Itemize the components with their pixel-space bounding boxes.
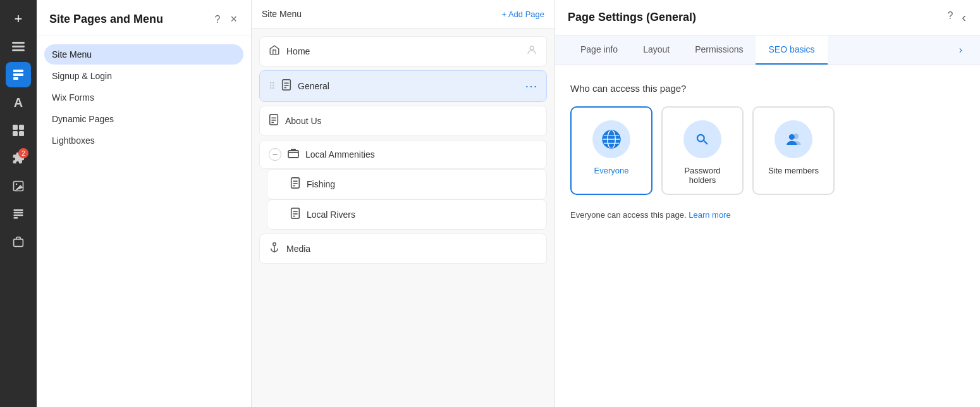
right-panel-header: Page Settings (General) ? ‹ [555,0,980,35]
members-icon [775,120,812,158]
table-icon[interactable] [6,201,31,227]
anchor-icon-media [269,242,280,256]
svg-rect-0 [12,42,25,44]
apps-icon[interactable] [6,118,31,143]
page-item-fishing[interactable]: Fishing [267,169,547,199]
page-settings-title: Page Settings (General) [568,11,696,33]
access-question: Who can access this page? [570,83,965,94]
page-item-about-us[interactable]: About Us [259,106,547,136]
sidebar-item-wix-forms[interactable]: Wix Forms [44,87,243,108]
site-pages-close-button[interactable]: × [229,11,238,27]
access-cards: Everyone Password holders [570,106,965,195]
more-options-general[interactable]: ⋯ [525,78,537,94]
home-icon [269,44,280,58]
svg-point-43 [694,130,712,149]
add-page-button[interactable]: + Add Page [501,9,544,19]
page-label-media: Media [286,244,537,254]
page-item-home[interactable]: Home [259,36,547,66]
tab-page-info[interactable]: Page info [568,35,630,65]
svg-point-35 [273,243,276,246]
everyone-label: Everyone [594,166,629,175]
svg-rect-8 [13,131,18,136]
tab-permissions[interactable]: Permissions [682,35,756,65]
svg-rect-16 [14,239,23,246]
page-item-media[interactable]: Media [259,234,547,264]
site-pages-header: Site Pages and Menu ? × [37,0,251,35]
members-label: Site members [768,166,819,175]
svg-rect-31 [291,208,300,218]
page-settings-back-button[interactable]: ‹ [960,9,967,26]
page-settings-help-button[interactable]: ? [946,9,954,23]
password-label: Password holders [670,166,735,185]
access-card-password[interactable]: Password holders [661,106,744,195]
pages-icon[interactable] [6,34,31,59]
left-nav: Site Menu Signup & Login Wix Forms Dynam… [37,35,251,160]
person-icon-home [526,44,537,58]
page-label-about-us: About Us [285,116,537,126]
access-card-members[interactable]: Site members [752,106,835,195]
svg-rect-14 [14,215,23,216]
panel-header-actions: ? × [214,11,238,27]
collapse-button-local-amenities[interactable]: – [269,148,281,161]
portfolio-icon[interactable] [6,229,31,254]
page-icon-general [281,79,291,93]
middle-panel-title: Site Menu [262,9,302,19]
svg-point-11 [16,184,17,185]
svg-rect-7 [19,125,24,130]
svg-rect-27 [291,178,300,188]
tab-seo-basics[interactable]: SEO basics [756,35,827,65]
group-label-local-amenities: Local Ammenities [305,149,537,160]
page-label-fishing: Fishing [307,179,537,189]
access-note: Everyone can access this page. Learn mor… [570,210,965,220]
puzzle-badge: 2 [18,148,28,158]
sidebar-item-signup-login[interactable]: Signup & Login [44,66,243,86]
page-item-general[interactable]: ⠿ General ⋯ [259,70,547,102]
svg-rect-15 [14,217,18,219]
svg-point-17 [530,46,534,50]
svg-rect-3 [13,70,23,72]
tab-more-button[interactable]: › [954,35,967,65]
page-label-general: General [298,81,518,91]
media-icon[interactable] [6,173,31,199]
svg-rect-18 [283,80,291,90]
page-icon-fishing [290,177,300,191]
right-header-actions: ? ‹ [946,9,967,35]
svg-rect-9 [19,131,24,136]
sidebar-item-lightboxes[interactable]: Lightboxes [44,130,243,151]
tab-layout[interactable]: Layout [630,35,682,65]
middle-panel: Site Menu + Add Page Home ⠿ [252,0,555,407]
site-pages-panel: Site Pages and Menu ? × Site Menu Signup… [37,0,252,407]
site-pages-help-button[interactable]: ? [214,13,222,27]
access-card-everyone[interactable]: Everyone [570,106,652,195]
sidebar-item-site-menu[interactable]: Site Menu [44,44,243,65]
drag-handle-general[interactable]: ⠿ [269,81,275,91]
svg-rect-12 [14,210,23,211]
page-icon-about-us [269,114,279,128]
everyone-icon [592,120,630,158]
page-icon-local-rivers [290,208,300,222]
page-item-local-rivers[interactable]: Local Rivers [267,199,547,230]
svg-rect-22 [270,115,278,125]
page-label-home: Home [286,46,520,56]
site-pages-title: Site Pages and Menu [49,13,163,26]
right-panel: Page Settings (General) ? ‹ Page info La… [555,0,980,407]
svg-rect-1 [12,46,25,47]
svg-rect-6 [13,125,18,130]
svg-point-47 [789,134,795,140]
page-group-header-local-amenities[interactable]: – Local Ammenities [259,140,547,169]
page-settings-tabs: Page info Layout Permissions SEO basics … [555,35,980,65]
middle-panel-header: Site Menu + Add Page [252,0,554,28]
svg-rect-13 [14,212,23,214]
add-icon[interactable]: + [6,6,31,32]
svg-rect-4 [13,73,23,76]
learn-more-link[interactable]: Learn more [689,210,730,220]
password-icon [683,120,721,158]
typography-icon[interactable]: A [6,90,31,115]
page-label-local-rivers: Local Rivers [307,210,537,220]
cms-icon[interactable] [6,62,31,87]
icon-bar: + A 2 [0,0,37,407]
svg-rect-2 [12,49,25,51]
puzzle-icon[interactable]: 2 [6,146,31,171]
permissions-content: Who can access this page? Everyone [555,65,980,237]
sidebar-item-dynamic-pages[interactable]: Dynamic Pages [44,109,243,129]
